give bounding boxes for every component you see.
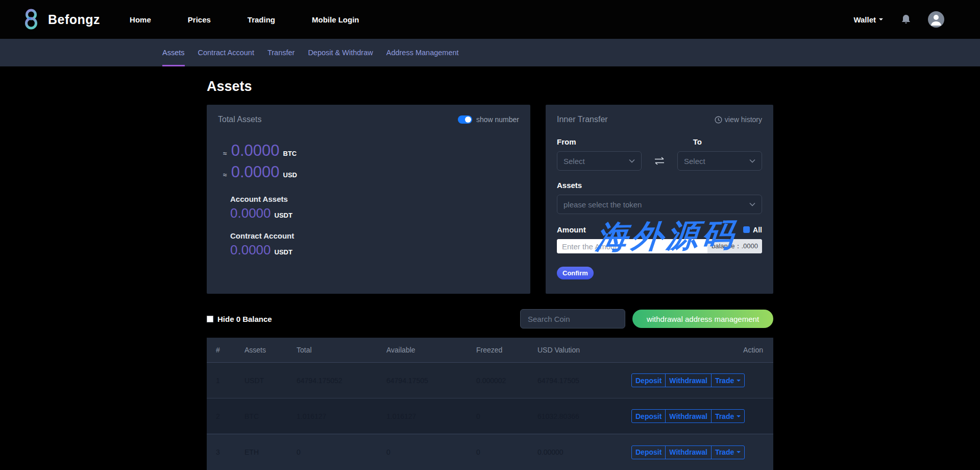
col-index: # xyxy=(207,346,244,354)
approx-symbol: ≈ xyxy=(223,171,227,179)
row-index: 3 xyxy=(207,448,244,456)
brand-logo-icon[interactable] xyxy=(21,8,41,31)
inner-transfer-card: Inner Transfer view history From To Sele… xyxy=(546,105,773,294)
to-select[interactable]: Select xyxy=(677,151,762,171)
chevron-down-icon xyxy=(749,202,755,206)
swap-direction-icon[interactable] xyxy=(652,156,667,166)
contract-account-unit: USDT xyxy=(275,248,292,256)
col-usd-valution: USD Valution xyxy=(537,346,624,354)
all-label: All xyxy=(753,226,762,234)
caret-down-icon xyxy=(737,380,741,384)
from-select[interactable]: Select xyxy=(557,151,642,171)
col-freezed: Freezed xyxy=(476,346,537,354)
contract-account-row: 0.0000 USDT xyxy=(230,242,519,258)
deposit-button[interactable]: Deposit xyxy=(631,445,666,459)
row-freezed: 0 xyxy=(476,412,537,420)
top-navbar: Befongz Home Prices Trading Mobile Login… xyxy=(0,0,980,39)
to-select-value: Select xyxy=(684,157,705,166)
caret-down-icon xyxy=(879,18,883,22)
show-number-toggle[interactable] xyxy=(458,115,472,124)
token-select-placeholder: please select the token xyxy=(564,200,642,209)
amount-input[interactable] xyxy=(557,239,707,253)
user-avatar[interactable] xyxy=(928,11,944,28)
balance-hint: balance：.0000 xyxy=(707,239,762,253)
total-btc-unit: BTC xyxy=(283,150,297,157)
subnav-transfer[interactable]: Transfer xyxy=(267,39,295,66)
hide-zero-checkbox[interactable] xyxy=(207,316,213,322)
main-nav: Home Prices Trading Mobile Login xyxy=(130,15,396,24)
hide-zero-balance-toggle[interactable]: Hide 0 Balance xyxy=(207,315,272,323)
token-select[interactable]: please select the token xyxy=(557,195,762,214)
amount-input-group: balance：.0000 xyxy=(557,239,762,253)
brand-name[interactable]: Befongz xyxy=(48,12,100,27)
search-coin-input[interactable] xyxy=(520,309,625,328)
withdrawal-button[interactable]: Withdrawal xyxy=(665,373,712,387)
all-toggle[interactable]: All xyxy=(743,226,762,234)
trade-dropdown-button[interactable]: Trade xyxy=(711,445,745,459)
from-select-value: Select xyxy=(564,157,585,166)
nav-prices[interactable]: Prices xyxy=(188,15,211,24)
view-history-link[interactable]: view history xyxy=(715,115,762,124)
wallet-label: Wallet xyxy=(853,15,876,24)
table-row: 3 ETH 0 0 0 0.00000 Deposit Withdrawal T… xyxy=(207,434,773,470)
trade-label: Trade xyxy=(715,448,734,456)
amount-label: Amount xyxy=(557,225,586,234)
table-row: 1 USDT 64794.175052 64794.17505 0.000002… xyxy=(207,363,773,398)
trade-label: Trade xyxy=(715,412,734,420)
row-asset: ETH xyxy=(244,448,297,456)
total-usd-row: ≈ 0.0000 USD xyxy=(223,163,519,181)
row-freezed: 0.000002 xyxy=(476,377,537,385)
col-available: Available xyxy=(386,346,476,354)
nav-trading[interactable]: Trading xyxy=(248,15,275,24)
account-assets-value: 0.0000 xyxy=(230,205,271,221)
subnav-deposit-withdraw[interactable]: Deposit & Withdraw xyxy=(308,39,373,66)
deposit-button[interactable]: Deposit xyxy=(631,373,666,387)
wallet-dropdown[interactable]: Wallet xyxy=(853,15,883,24)
row-asset: BTC xyxy=(244,412,297,420)
row-usd-valution: 61032.80366 xyxy=(537,412,624,420)
deposit-button[interactable]: Deposit xyxy=(631,409,666,423)
row-total: 0 xyxy=(297,448,386,456)
table-header-row: # Assets Total Available Freezed USD Val… xyxy=(207,338,773,363)
row-usd-valution: 0.00000 xyxy=(537,448,624,456)
trade-dropdown-button[interactable]: Trade xyxy=(711,409,745,423)
caret-down-icon xyxy=(737,451,741,455)
row-asset: USDT xyxy=(244,377,297,385)
total-usd-value: 0.0000 xyxy=(231,163,280,181)
row-usd-valution: 64794.17505 xyxy=(537,377,624,385)
subnav-assets[interactable]: Assets xyxy=(162,39,185,66)
total-btc-row: ≈ 0.0000 BTC xyxy=(223,142,519,160)
total-assets-card: Total Assets show number ≈ 0.0000 BTC ≈ … xyxy=(207,105,530,294)
page-title: Assets xyxy=(207,79,773,95)
row-available: 1.016127 xyxy=(386,412,476,420)
account-assets-unit: USDT xyxy=(275,212,292,219)
trade-label: Trade xyxy=(715,377,734,385)
hide-zero-label: Hide 0 Balance xyxy=(217,315,272,323)
row-index: 1 xyxy=(207,377,244,385)
row-freezed: 0 xyxy=(476,448,537,456)
subnav-address-management[interactable]: Address Management xyxy=(386,39,459,66)
table-row: 2 BTC 1.016127 1.016127 0 61032.80366 De… xyxy=(207,398,773,434)
withdrawal-button[interactable]: Withdrawal xyxy=(665,445,712,459)
chevron-down-icon xyxy=(629,159,635,163)
all-checkbox[interactable] xyxy=(743,226,750,233)
caret-down-icon xyxy=(737,415,741,419)
col-total: Total xyxy=(297,346,386,354)
assets-table: # Assets Total Available Freezed USD Val… xyxy=(207,338,773,470)
wallet-subnav: Assets Contract Account Transfer Deposit… xyxy=(0,39,980,66)
inner-transfer-header: Inner Transfer xyxy=(557,115,608,124)
confirm-button[interactable]: Confirm xyxy=(557,267,594,279)
nav-home[interactable]: Home xyxy=(130,15,151,24)
total-usd-unit: USD xyxy=(283,171,297,179)
row-total: 64794.175052 xyxy=(297,377,386,385)
col-assets: Assets xyxy=(244,346,297,354)
withdrawal-address-management-button[interactable]: withdrawal address management xyxy=(632,310,773,328)
row-index: 2 xyxy=(207,412,244,420)
transfer-assets-label: Assets xyxy=(557,181,762,190)
trade-dropdown-button[interactable]: Trade xyxy=(711,373,745,387)
nav-mobile-login[interactable]: Mobile Login xyxy=(312,15,359,24)
withdrawal-button[interactable]: Withdrawal xyxy=(665,409,712,423)
subnav-contract-account[interactable]: Contract Account xyxy=(198,39,254,66)
account-assets-row: 0.0000 USDT xyxy=(230,205,519,221)
bell-icon[interactable] xyxy=(901,14,911,25)
